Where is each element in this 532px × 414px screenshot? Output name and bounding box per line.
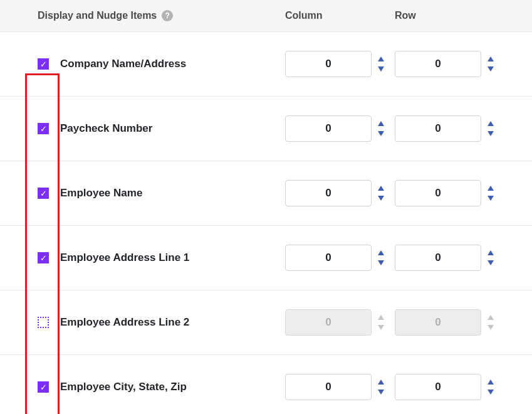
stepper-down-icon[interactable] — [378, 260, 384, 265]
column-input[interactable] — [285, 245, 372, 271]
column-stepper — [378, 315, 384, 330]
display-checkbox[interactable]: ✓ — [38, 381, 49, 393]
display-checkbox[interactable]: ✓ — [38, 58, 49, 70]
row-input — [395, 309, 481, 336]
row-label: Employee Address Line 1 — [60, 252, 285, 264]
column-input[interactable] — [285, 51, 372, 77]
stepper-up-icon[interactable] — [488, 250, 494, 255]
checkmark-icon: ✓ — [40, 60, 47, 68]
checkmark-icon: ✓ — [40, 125, 47, 133]
row-label: Employee Address Line 2 — [60, 316, 285, 329]
stepper-up-icon[interactable] — [488, 56, 494, 61]
column-input[interactable] — [285, 180, 372, 206]
display-checkbox[interactable]: ✓ — [38, 123, 49, 134]
table-row: Employee Address Line 2 — [0, 290, 532, 355]
stepper-down-icon[interactable] — [378, 131, 384, 136]
table-row: ✓ Paycheck Number — [0, 97, 532, 161]
stepper-down-icon — [488, 325, 494, 330]
table-header: Display and Nudge Items ? Column Row — [0, 0, 532, 32]
column-stepper — [378, 56, 384, 72]
stepper-down-icon[interactable] — [488, 390, 494, 395]
column-stepper — [378, 380, 384, 395]
display-checkbox[interactable] — [38, 317, 49, 328]
column-stepper — [378, 186, 384, 201]
row-input[interactable] — [395, 374, 481, 400]
column-input[interactable] — [285, 374, 372, 400]
row-stepper — [488, 380, 494, 395]
table-row: ✓ Employee Name — [0, 161, 532, 226]
stepper-down-icon[interactable] — [378, 196, 384, 201]
settings-panel: Display and Nudge Items ? Column Row ✓ C… — [0, 0, 532, 414]
stepper-up-icon[interactable] — [378, 380, 384, 385]
column-input[interactable] — [285, 115, 372, 142]
stepper-down-icon — [378, 325, 384, 330]
checkmark-icon: ✓ — [40, 189, 47, 198]
stepper-down-icon[interactable] — [488, 260, 494, 265]
stepper-up-icon[interactable] — [378, 186, 384, 191]
stepper-up-icon[interactable] — [488, 186, 494, 191]
display-checkbox[interactable]: ✓ — [38, 188, 49, 199]
stepper-up-icon — [488, 315, 494, 320]
column-input — [285, 309, 372, 336]
row-input[interactable] — [395, 245, 481, 271]
stepper-down-icon[interactable] — [378, 390, 384, 395]
stepper-down-icon[interactable] — [488, 131, 494, 136]
stepper-up-icon[interactable] — [488, 380, 494, 385]
table-row: ✓ Company Name/Address — [0, 32, 532, 97]
checkmark-icon: ✓ — [40, 383, 47, 391]
row-label: Paycheck Number — [60, 122, 285, 135]
row-stepper — [488, 186, 494, 201]
stepper-down-icon[interactable] — [488, 66, 494, 72]
row-stepper — [488, 121, 494, 136]
column-stepper — [378, 250, 384, 265]
header-title: Display and Nudge Items ? — [38, 10, 285, 21]
stepper-up-icon[interactable] — [378, 56, 384, 61]
row-label: Employee City, State, Zip — [60, 381, 285, 393]
row-input[interactable] — [395, 180, 481, 206]
row-input[interactable] — [395, 115, 481, 142]
header-row-label: Row — [395, 10, 517, 21]
column-stepper — [378, 121, 384, 136]
row-input[interactable] — [395, 51, 481, 77]
checkmark-icon: ✓ — [40, 254, 47, 262]
stepper-up-icon[interactable] — [378, 121, 384, 126]
stepper-down-icon[interactable] — [488, 196, 494, 201]
table-row: ✓ Employee Address Line 1 — [0, 226, 532, 290]
stepper-down-icon[interactable] — [378, 66, 384, 72]
row-label: Employee Name — [60, 187, 285, 199]
row-stepper — [488, 250, 494, 265]
display-checkbox[interactable]: ✓ — [38, 252, 49, 263]
stepper-up-icon[interactable] — [488, 121, 494, 126]
table-row: ✓ Employee City, State, Zip — [0, 355, 532, 414]
stepper-up-icon[interactable] — [378, 250, 384, 255]
row-stepper — [488, 315, 494, 330]
header-column-label: Column — [285, 10, 395, 21]
row-stepper — [488, 56, 494, 72]
row-label: Company Name/Address — [60, 58, 285, 70]
header-title-text: Display and Nudge Items — [38, 10, 157, 21]
stepper-up-icon — [378, 315, 384, 320]
rows-container: ✓ Company Name/Address — [0, 32, 532, 414]
help-icon[interactable]: ? — [162, 10, 173, 21]
